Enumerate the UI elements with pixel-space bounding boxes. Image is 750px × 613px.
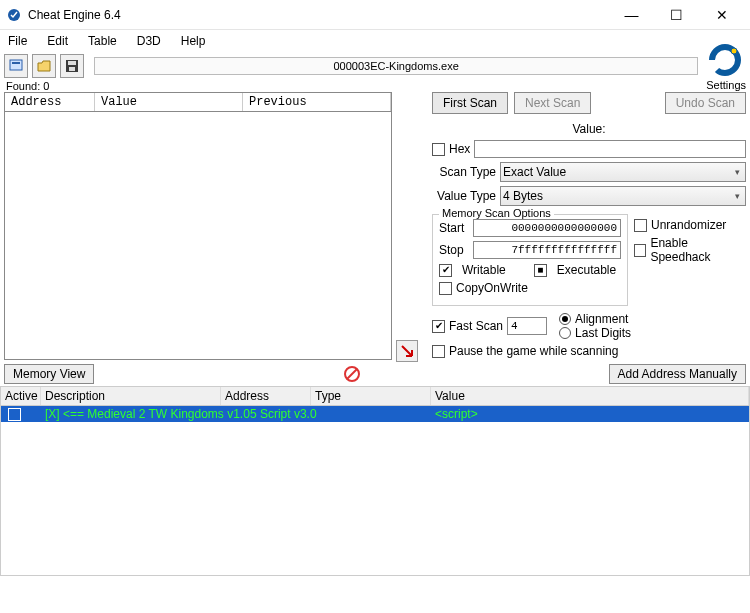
- memory-view-button[interactable]: Memory View: [4, 364, 94, 384]
- no-entry-icon[interactable]: [343, 365, 361, 383]
- alignment-radio[interactable]: [559, 313, 571, 325]
- fast-scan-label: Fast Scan: [449, 319, 503, 333]
- menu-bar: File Edit Table D3D Help: [0, 30, 750, 52]
- hex-label: Hex: [449, 142, 470, 156]
- value-input[interactable]: [474, 140, 746, 158]
- open-file-button[interactable]: [32, 54, 56, 78]
- save-button[interactable]: [60, 54, 84, 78]
- col-address2[interactable]: Address: [221, 387, 311, 405]
- speedhack-label: Enable Speedhack: [650, 236, 746, 264]
- cheat-table: Active Description Address Type Value [X…: [0, 386, 750, 576]
- writable-checkbox[interactable]: ✔: [439, 264, 452, 277]
- unrandomizer-checkbox[interactable]: [634, 219, 647, 232]
- menu-edit[interactable]: Edit: [43, 32, 72, 50]
- start-input[interactable]: [473, 219, 621, 237]
- unrandomizer-label: Unrandomizer: [651, 218, 726, 232]
- writable-label: Writable: [462, 263, 506, 277]
- lastdigits-label: Last Digits: [575, 326, 631, 340]
- svg-point-6: [731, 48, 737, 54]
- col-value[interactable]: Value: [95, 93, 243, 111]
- first-scan-button[interactable]: First Scan: [432, 92, 508, 114]
- found-count: Found: 0: [0, 80, 750, 92]
- row-value: <script>: [431, 407, 749, 421]
- executable-checkbox[interactable]: ■: [534, 264, 547, 277]
- executable-label: Executable: [557, 263, 616, 277]
- copyonwrite-checkbox[interactable]: [439, 282, 452, 295]
- settings-label: Settings: [706, 79, 746, 91]
- lastdigits-radio[interactable]: [559, 327, 571, 339]
- close-button[interactable]: ✕: [699, 1, 744, 29]
- svg-rect-5: [69, 67, 75, 71]
- menu-table[interactable]: Table: [84, 32, 121, 50]
- start-label: Start: [439, 221, 469, 235]
- toolbar: 000003EC-Kingdoms.exe Settings: [0, 52, 750, 80]
- scan-results-panel: Address Value Previous: [4, 92, 392, 360]
- svg-rect-2: [12, 62, 20, 64]
- fast-scan-checkbox[interactable]: ✔: [432, 320, 445, 333]
- hex-checkbox[interactable]: [432, 143, 445, 156]
- window-title: Cheat Engine 6.4: [28, 8, 609, 22]
- alignment-label: Alignment: [575, 312, 628, 326]
- scan-results-header: Address Value Previous: [4, 92, 392, 112]
- svg-rect-1: [10, 60, 22, 70]
- col-description[interactable]: Description: [41, 387, 221, 405]
- scan-results-body[interactable]: [4, 112, 392, 360]
- minimize-button[interactable]: —: [609, 1, 654, 29]
- settings-button[interactable]: Settings: [706, 41, 746, 91]
- scan-type-label: Scan Type: [432, 165, 496, 179]
- row-description: [X] <== Medieval 2 TW Kingdoms v1.05 Scr…: [41, 407, 221, 421]
- undo-scan-button[interactable]: Undo Scan: [665, 92, 746, 114]
- value-type-label: Value Type: [432, 189, 496, 203]
- window-titlebar: Cheat Engine 6.4 — ☐ ✕: [0, 0, 750, 30]
- value-label: Value:: [572, 122, 605, 136]
- memory-scan-options-label: Memory Scan Options: [439, 207, 554, 219]
- copyonwrite-label: CopyOnWrite: [456, 281, 528, 295]
- stop-label: Stop: [439, 243, 469, 257]
- speedhack-checkbox[interactable]: [634, 244, 646, 257]
- attached-process-label: 000003EC-Kingdoms.exe: [94, 57, 698, 75]
- value-type-select[interactable]: 4 Bytes▾: [500, 186, 746, 206]
- maximize-button[interactable]: ☐: [654, 1, 699, 29]
- add-address-manually-button[interactable]: Add Address Manually: [609, 364, 746, 384]
- col-type[interactable]: Type: [311, 387, 431, 405]
- menu-file[interactable]: File: [4, 32, 31, 50]
- svg-rect-4: [68, 61, 76, 65]
- menu-help[interactable]: Help: [177, 32, 210, 50]
- col-value2[interactable]: Value: [431, 387, 749, 405]
- col-active[interactable]: Active: [1, 387, 41, 405]
- cheat-table-header: Active Description Address Type Value: [0, 386, 750, 406]
- col-address[interactable]: Address: [5, 93, 95, 111]
- app-icon: [6, 7, 22, 23]
- svg-line-8: [347, 369, 357, 379]
- memory-scan-options-group: Memory Scan Options Start Stop ✔ Writabl…: [432, 214, 628, 306]
- chevron-down-icon: ▾: [732, 191, 743, 201]
- cheat-table-body[interactable]: [X] <== Medieval 2 TW Kingdoms v1.05 Scr…: [0, 406, 750, 576]
- mid-toolbar: Memory View Add Address Manually: [0, 364, 750, 384]
- pause-label: Pause the game while scanning: [449, 344, 618, 358]
- col-previous[interactable]: Previous: [243, 93, 391, 111]
- scan-type-select[interactable]: Exact Value▾: [500, 162, 746, 182]
- open-process-button[interactable]: [4, 54, 28, 78]
- menu-d3d[interactable]: D3D: [133, 32, 165, 50]
- add-to-list-button[interactable]: [396, 340, 418, 362]
- fast-scan-input[interactable]: [507, 317, 547, 335]
- row-active-checkbox[interactable]: [8, 408, 21, 421]
- table-row[interactable]: [X] <== Medieval 2 TW Kingdoms v1.05 Scr…: [1, 406, 749, 422]
- next-scan-button[interactable]: Next Scan: [514, 92, 591, 114]
- scan-panel: First Scan Next Scan Undo Scan Value: He…: [422, 92, 746, 362]
- pause-checkbox[interactable]: [432, 345, 445, 358]
- stop-input[interactable]: [473, 241, 621, 259]
- chevron-down-icon: ▾: [732, 167, 743, 177]
